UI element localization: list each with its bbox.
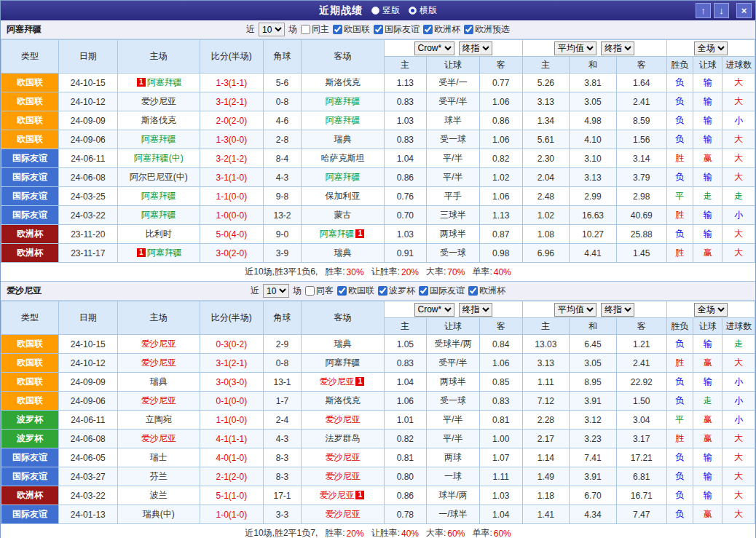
odds-kind-select[interactable]: 终指 xyxy=(459,303,492,317)
match-row: 国际友谊24-06-11阿塞拜疆(中)3-2(1-2)8-4哈萨克斯坦1.04平… xyxy=(1,149,755,168)
league-checkbox[interactable] xyxy=(423,25,433,34)
result-scope-select[interactable]: 全场 xyxy=(694,303,728,317)
away-team-cell: 阿塞拜疆 xyxy=(302,92,384,111)
handicap-result-cell: 输 xyxy=(693,92,722,111)
avg-draw-cell: 3.10 xyxy=(570,149,617,168)
away-team-cell: 爱沙尼亚 xyxy=(302,505,384,524)
league-filter-0[interactable]: 欧国联 xyxy=(337,285,374,297)
handicap-cell: 球半/两 xyxy=(427,486,480,505)
summary-label: 让胜率: xyxy=(371,527,400,538)
league-type-cell: 欧国联 xyxy=(1,354,59,373)
away-team-cell: 阿塞拜疆 xyxy=(302,111,384,130)
radio-vertical-layout[interactable]: 竖版 xyxy=(371,4,400,17)
avg-away-cell: 40.69 xyxy=(616,206,666,225)
sub-header-avg-home: 主 xyxy=(522,57,570,74)
away-team-cell: 阿塞拜疆 xyxy=(302,354,384,373)
away-odds-cell: 1.11 xyxy=(479,467,522,486)
home-team-cell: 瑞士 xyxy=(117,448,200,467)
score-cell: 3-2(1-2) xyxy=(200,149,263,168)
league-type-cell: 欧国联 xyxy=(1,373,59,392)
sub-header-winlose: 胜负 xyxy=(666,318,693,335)
handicap-cell: 受平/半 xyxy=(427,92,480,111)
league-filter-2[interactable]: 国际友谊 xyxy=(419,285,465,297)
radio-vertical-label: 竖版 xyxy=(382,4,400,17)
home-odds-cell: 1.04 xyxy=(384,373,427,392)
league-filter-1[interactable]: 波罗杯 xyxy=(378,285,415,297)
corner-cell: 0-8 xyxy=(263,92,302,111)
match-count-select[interactable]: 10 xyxy=(259,23,285,36)
home-team-cell: 1阿塞拜疆 xyxy=(117,244,200,263)
move-down-button[interactable]: ↓ xyxy=(714,3,729,18)
avg-draw-cell: 6.45 xyxy=(570,335,617,354)
sub-header-handicap-result: 让球 xyxy=(693,57,722,74)
goals-result-cell: 大 xyxy=(722,92,755,111)
avg-home-cell: 7.12 xyxy=(522,392,570,411)
date-cell: 24-01-13 xyxy=(58,505,117,524)
league-checkbox[interactable] xyxy=(468,286,478,296)
handicap-result-cell: 输 xyxy=(693,448,722,467)
league-checkbox[interactable] xyxy=(337,286,347,296)
home-team-cell: 阿塞拜疆 xyxy=(117,130,200,149)
league-filter-3[interactable]: 欧洲预选 xyxy=(464,23,510,36)
score-cell: 5-1(1-0) xyxy=(200,486,263,505)
avg-draw-cell: 2.99 xyxy=(570,187,617,206)
winlose-result-cell: 负 xyxy=(666,467,693,486)
league-filter-0[interactable]: 欧国联 xyxy=(333,23,370,36)
avg-draw-cell: 8.95 xyxy=(570,373,617,392)
league-type-cell: 国际友谊 xyxy=(1,187,59,206)
avg-source-select[interactable]: 平均值 xyxy=(554,303,596,317)
handicap-result-cell: 输 xyxy=(693,130,722,149)
avg-away-cell: 6.81 xyxy=(616,467,666,486)
handicap-result-cell: 赢 xyxy=(693,149,722,168)
same-venue-checkbox[interactable] xyxy=(301,25,310,34)
same-venue-filter[interactable]: 同主 xyxy=(301,23,329,36)
corner-cell: 3-9 xyxy=(263,244,302,263)
same-venue-checkbox[interactable] xyxy=(305,286,315,296)
result-scope-select[interactable]: 全场 xyxy=(694,41,728,55)
summary-label: 大率: xyxy=(426,527,446,538)
league-checkbox[interactable] xyxy=(419,286,428,296)
league-checkbox[interactable] xyxy=(333,25,342,34)
league-filter-1[interactable]: 国际友谊 xyxy=(374,23,420,36)
winlose-result-cell: 负 xyxy=(666,448,693,467)
odds-kind-select[interactable]: 终指 xyxy=(459,41,492,55)
radio-horizontal-layout[interactable]: 横版 xyxy=(409,4,437,17)
move-up-button[interactable]: ↑ xyxy=(696,3,711,18)
avg-kind-select[interactable]: 终指 xyxy=(601,41,634,55)
match-row: 欧国联24-09-09斯洛伐克2-0(2-0)4-6阿塞拜疆1.03球半0.86… xyxy=(1,111,755,130)
league-checkbox[interactable] xyxy=(464,25,473,34)
league-type-cell: 欧国联 xyxy=(1,74,59,92)
match-row: 欧国联24-10-12爱沙尼亚3-1(2-1)0-8阿塞拜疆0.83受平/半1.… xyxy=(1,354,755,373)
avg-kind-select[interactable]: 终指 xyxy=(601,303,634,317)
league-label: 欧国联 xyxy=(344,23,370,36)
home-team-cell: 比利时 xyxy=(117,225,200,244)
match-row: 欧国联24-10-151阿塞拜疆1-3(1-1)5-6斯洛伐克1.13受半/一0… xyxy=(1,74,755,92)
league-filter-2[interactable]: 欧洲杯 xyxy=(423,23,460,36)
home-odds-cell: 1.01 xyxy=(384,411,427,430)
league-type-cell: 国际友谊 xyxy=(1,149,59,168)
away-team-cell: 爱沙尼亚1 xyxy=(302,373,384,392)
avg-source-select[interactable]: 平均值 xyxy=(554,41,596,55)
league-checkbox[interactable] xyxy=(374,25,383,34)
away-team-cell: 保加利亚 xyxy=(302,187,384,206)
goals-result-cell: 小 xyxy=(722,392,755,411)
handicap-cell: 受半/一 xyxy=(427,74,480,92)
match-count-select[interactable]: 10 xyxy=(263,284,289,298)
league-filter-3[interactable]: 欧洲杯 xyxy=(468,285,505,297)
odds-source-select[interactable]: Crow* xyxy=(414,41,454,55)
away-team-cell: 斯洛伐克 xyxy=(302,74,384,92)
odds-source-select[interactable]: Crow* xyxy=(414,303,454,317)
home-odds-cell: 0.91 xyxy=(384,244,427,263)
same-venue-filter[interactable]: 同客 xyxy=(305,285,334,297)
close-button[interactable]: × xyxy=(736,3,752,18)
home-odds-cell: 1.06 xyxy=(384,392,427,411)
date-cell: 24-03-22 xyxy=(58,206,117,225)
league-label: 国际友谊 xyxy=(430,285,465,297)
radio-horizontal-label: 横版 xyxy=(420,4,437,17)
avg-away-cell: 3.14 xyxy=(616,149,666,168)
away-team-cell: 爱沙尼亚 xyxy=(302,411,384,430)
date-cell: 23-11-20 xyxy=(58,225,117,244)
league-checkbox[interactable] xyxy=(378,286,387,296)
match-row: 欧洲杯24-03-22波兰5-1(1-0)17-1爱沙尼亚10.86球半/两1.… xyxy=(1,486,755,505)
handicap-result-cell: 输 xyxy=(693,111,722,130)
